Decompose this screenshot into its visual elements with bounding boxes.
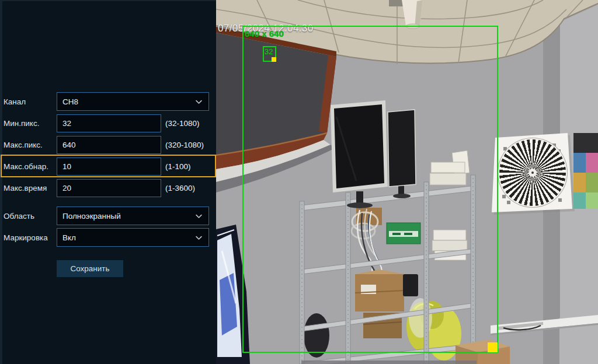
save-button[interactable]: Сохранить <box>57 260 123 277</box>
field-row-max-time: Макс.время 20 (1-3600) <box>0 179 216 197</box>
channel-label: Канал <box>4 92 26 111</box>
max-detect-label: Макс.обнар. <box>4 158 48 176</box>
max-time-range: (1-3600) <box>165 179 195 197</box>
max-pixels-value: 640 <box>62 141 76 149</box>
marking-select-value: Вкл <box>62 233 76 242</box>
nvr-detection-settings-screen: Канал CH8 Мин.пикс. 32 (32-1080) Макс.пи… <box>0 0 598 364</box>
detection-rect-drag-handle[interactable] <box>488 342 498 352</box>
area-select[interactable]: Полноэкранный <box>57 206 209 225</box>
channel-select[interactable]: CH8 <box>57 92 209 111</box>
max-time-label: Макс.время <box>4 179 47 197</box>
field-row-min-pixels: Мин.пикс. 32 (32-1080) <box>0 114 216 132</box>
max-detect-input[interactable]: 10 <box>57 158 161 176</box>
chevron-down-icon <box>194 212 203 220</box>
settings-panel: Канал CH8 Мин.пикс. 32 (32-1080) Макс.пи… <box>0 0 216 364</box>
star-center <box>529 169 537 177</box>
min-size-indicator-box: 32 <box>263 46 276 62</box>
marking-select[interactable]: Вкл <box>57 228 209 247</box>
max-detect-value: 10 <box>62 162 71 171</box>
floor-shadow <box>301 360 477 364</box>
channel-select-value: CH8 <box>62 97 78 106</box>
min-pixels-range: (32-1080) <box>165 114 200 132</box>
field-row-channel: Канал CH8 <box>0 92 216 111</box>
resolution-chart-star <box>499 139 566 206</box>
area-select-value: Полноэкранный <box>62 212 121 220</box>
min-pixels-input[interactable]: 32 <box>57 114 161 132</box>
field-row-marking: Маркировка Вкл <box>0 228 216 247</box>
chevron-down-icon <box>194 97 203 106</box>
max-pixels-range: (320-1080) <box>165 136 204 154</box>
max-pixels-label: Макс.пикс. <box>4 136 43 154</box>
field-row-max-detect: Макс.обнар. 10 (1-100) <box>0 158 216 176</box>
min-size-value: 32 <box>265 47 273 56</box>
min-pixels-label: Мин.пикс. <box>4 114 39 132</box>
max-detect-range: (1-100) <box>165 158 191 176</box>
max-time-value: 20 <box>62 184 71 192</box>
max-time-input[interactable]: 20 <box>57 179 161 197</box>
max-pixels-input[interactable]: 640 <box>57 136 161 154</box>
detection-area-rect[interactable] <box>242 26 498 353</box>
color-checker-chart <box>573 133 598 209</box>
chevron-down-icon <box>194 233 203 242</box>
min-pixels-value: 32 <box>62 119 71 128</box>
camera-preview[interactable]: 07/05/2024 12:04:30 640 x 640 32 <box>216 0 598 364</box>
area-label: Область <box>4 206 34 225</box>
field-row-area: Область Полноэкранный <box>0 206 216 225</box>
field-row-max-pixels: Макс.пикс. 640 (320-1080) <box>0 136 216 154</box>
marking-label: Маркировка <box>4 228 48 247</box>
min-box-drag-handle[interactable] <box>272 57 276 62</box>
